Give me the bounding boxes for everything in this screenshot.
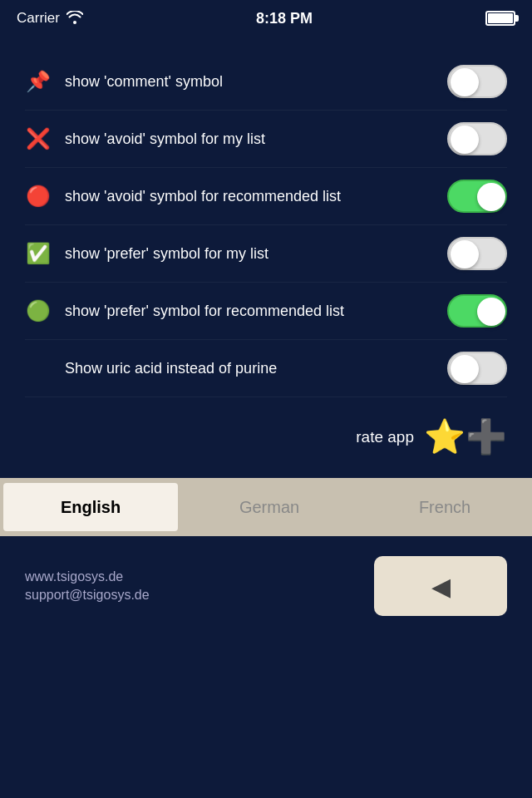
battery-icon [485,11,515,26]
toggle-row-prefer-my-list: ✅show 'prefer' symbol for my list [25,225,507,283]
toggle-knob-comment-symbol [451,68,479,96]
toggle-switch-prefer-my-list[interactable] [447,237,507,270]
lang-tab-english[interactable]: English [3,483,178,531]
back-button[interactable]: ◀ [374,556,507,616]
footer-links: www.tsigosys.de support@tsigosys.de [25,569,150,603]
language-tabs: EnglishGermanFrench [0,478,532,536]
toggle-switch-avoid-recommended[interactable] [447,180,507,213]
toggle-switch-prefer-recommended[interactable] [447,294,507,328]
toggle-row-prefer-recommended: 🟢show 'prefer' symbol for recommended li… [25,283,507,340]
status-left: Carrier [17,10,83,27]
footer: www.tsigosys.de support@tsigosys.de ◀ [0,536,532,636]
toggle-label-avoid-recommended: show 'avoid' symbol for recommended list [65,186,341,206]
website-link: www.tsigosys.de [25,569,150,584]
toggle-knob-prefer-my-list [451,240,479,268]
toggle-row-uric-acid: Show uric acid instead of purine [25,340,507,397]
toggle-switch-comment-symbol[interactable] [447,65,507,98]
rate-app-icon[interactable]: ⭐➕ [424,417,507,456]
time-label: 8:18 PM [256,10,313,27]
lang-tab-german[interactable]: German [182,478,357,536]
toggle-knob-avoid-recommended [477,183,505,211]
rate-app-section: rate app ⭐➕ [25,397,507,470]
toggle-icon-comment-symbol: 📌 [25,70,52,93]
toggle-row-avoid-my-list: ❌show 'avoid' symbol for my list [25,111,507,168]
toggle-label-prefer-my-list: show 'prefer' symbol for my list [65,244,268,264]
toggle-knob-avoid-my-list [451,126,479,154]
toggle-knob-prefer-recommended [477,298,505,326]
toggle-label-comment-symbol: show 'comment' symbol [65,71,223,91]
toggle-switch-avoid-my-list[interactable] [447,122,507,155]
toggle-label-prefer-recommended: show 'prefer' symbol for recommended lis… [65,301,344,321]
rate-app-label: rate app [356,428,414,446]
email-link: support@tsigosys.de [25,588,150,603]
toggle-icon-avoid-my-list: ❌ [25,127,52,150]
toggle-icon-avoid-recommended: 🔴 [25,185,52,208]
status-bar: Carrier 8:18 PM [0,0,532,37]
toggle-icon-prefer-my-list: ✅ [25,242,52,265]
toggle-rows: 📌show 'comment' symbol❌show 'avoid' symb… [25,53,507,397]
toggle-icon-prefer-recommended: 🟢 [25,299,52,323]
toggle-knob-uric-acid [451,355,479,383]
toggle-label-avoid-my-list: show 'avoid' symbol for my list [65,129,265,149]
settings-content: 📌show 'comment' symbol❌show 'avoid' symb… [0,37,532,478]
carrier-label: Carrier [17,10,60,27]
lang-tab-french[interactable]: French [357,478,532,536]
wifi-icon [66,11,83,27]
back-arrow-icon: ◀ [431,572,451,601]
language-section: EnglishGermanFrench [0,478,532,536]
toggle-switch-uric-acid[interactable] [447,352,507,385]
toggle-row-comment-symbol: 📌show 'comment' symbol [25,53,507,111]
toggle-label-uric-acid: Show uric acid instead of purine [65,358,277,378]
toggle-row-avoid-recommended: 🔴show 'avoid' symbol for recommended lis… [25,168,507,225]
